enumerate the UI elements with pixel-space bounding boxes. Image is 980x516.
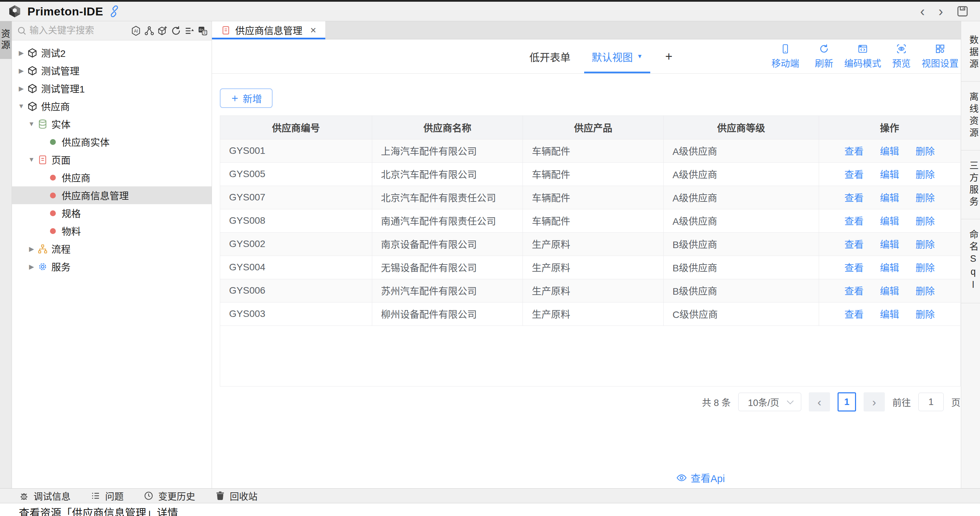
view-link[interactable]: 查看: [845, 286, 864, 297]
nav-back-button[interactable]: ‹: [913, 5, 931, 18]
delete-link[interactable]: 删除: [916, 309, 935, 320]
cell-supplier-grade: B级供应商: [663, 232, 819, 256]
delete-link[interactable]: 删除: [916, 146, 935, 157]
search-input[interactable]: [29, 25, 130, 36]
current-page[interactable]: 1: [838, 392, 856, 411]
ai-icon[interactable]: AI: [130, 25, 142, 36]
status-bar-item[interactable]: 变更历史: [143, 489, 195, 503]
toolbar-action-label: 预览: [892, 56, 911, 70]
tree-item-label: 页面: [51, 153, 70, 167]
goto-page-input[interactable]: [918, 393, 944, 411]
prev-page-button[interactable]: ‹: [809, 392, 830, 411]
expander-icon[interactable]: ▶: [26, 263, 37, 271]
tree-item[interactable]: ▶ 测试2: [12, 44, 212, 62]
rail-tab-label: 资源: [0, 29, 10, 51]
expander-icon[interactable]: ▼: [16, 102, 26, 110]
right-rail-tab-label: 离线资源: [968, 92, 978, 140]
right-rail-tab-label: 三方服务: [968, 161, 978, 209]
next-page-button[interactable]: ›: [864, 392, 885, 411]
add-button-label: 新增: [243, 91, 262, 105]
chevron-down-icon[interactable]: ▼: [637, 53, 643, 60]
tree-item[interactable]: ▼ 供应商: [12, 97, 212, 115]
tree-item[interactable]: ▼ 页面: [12, 151, 212, 169]
view-link[interactable]: 查看: [845, 193, 864, 204]
toolbar-action[interactable]: 编码模式: [843, 43, 882, 70]
table-row: GYS007 北京汽车配件有限责任公司 车辆配件 A级供应商 查看 编辑 删除: [220, 186, 960, 209]
tree-item[interactable]: ▶ 服务: [12, 258, 212, 276]
table-row: GYS003 柳州设备配件有限公司 生产原料 C级供应商 查看 编辑 删除: [220, 302, 960, 325]
expander-icon[interactable]: ▶: [26, 245, 37, 253]
edit-link[interactable]: 编辑: [880, 239, 899, 250]
cube-icon: [26, 65, 38, 76]
view-link[interactable]: 查看: [845, 263, 864, 274]
toolbar-action[interactable]: 刷新: [805, 43, 843, 70]
edit-link[interactable]: 编辑: [880, 309, 899, 320]
view-link[interactable]: 查看: [845, 146, 864, 157]
row-actions: 查看 编辑 删除: [819, 162, 960, 186]
status-bar-item[interactable]: 问题: [91, 489, 124, 503]
tree-item[interactable]: 物料: [12, 222, 212, 240]
translate-icon[interactable]: En文: [197, 25, 208, 36]
expander-icon[interactable]: ▶: [16, 84, 26, 92]
cube-icon: [26, 101, 38, 112]
tree-item[interactable]: 供应商: [12, 169, 212, 186]
delete-link[interactable]: 删除: [916, 216, 935, 227]
delete-link[interactable]: 删除: [916, 286, 935, 297]
add-button[interactable]: 新增: [220, 88, 272, 108]
expander-icon[interactable]: ▶: [16, 67, 26, 75]
expander-icon[interactable]: ▶: [16, 49, 26, 57]
toolbar-action[interactable]: 预览: [882, 43, 921, 70]
view-api-link[interactable]: 查看Api: [676, 470, 725, 485]
tree-item[interactable]: 供应商信息管理: [12, 186, 212, 204]
right-rail-tab[interactable]: 三方服务: [961, 150, 980, 219]
link-icon[interactable]: [108, 5, 120, 17]
tree-item[interactable]: 规格: [12, 204, 212, 222]
tree-item[interactable]: ▼ 实体: [12, 115, 212, 133]
status-bar-item[interactable]: 调试信息: [19, 489, 70, 503]
refresh-icon[interactable]: [170, 25, 181, 36]
delete-link[interactable]: 删除: [916, 193, 935, 204]
status-bar-item[interactable]: 回收站: [215, 489, 258, 503]
nav-forward-button[interactable]: ›: [932, 5, 950, 18]
edit-link[interactable]: 编辑: [880, 286, 899, 297]
cell-supplier-name: 柳州设备配件有限公司: [372, 302, 523, 325]
page-size-select[interactable]: 10条/页: [738, 393, 801, 411]
page-icon: [221, 25, 231, 35]
edit-link[interactable]: 编辑: [880, 193, 899, 204]
sort-icon[interactable]: [184, 25, 195, 36]
expander-icon[interactable]: ▼: [26, 156, 37, 163]
bottom-note: 查看资源「供应商信息管理」详情: [0, 503, 980, 516]
tree-item[interactable]: 供应商实体: [12, 133, 212, 151]
edit-link[interactable]: 编辑: [880, 170, 899, 180]
cube-add-icon[interactable]: [157, 25, 168, 36]
tree-item[interactable]: ▶ 测试管理: [12, 62, 212, 80]
view-tab[interactable]: +: [656, 40, 681, 73]
edit-link[interactable]: 编辑: [880, 146, 899, 157]
edit-link[interactable]: 编辑: [880, 216, 899, 227]
view-link[interactable]: 查看: [845, 309, 864, 320]
delete-link[interactable]: 删除: [916, 170, 935, 180]
expander-icon[interactable]: ▼: [26, 120, 37, 128]
right-rail-tab[interactable]: 离线资源: [961, 81, 980, 150]
toolbar-action[interactable]: 移动端: [766, 43, 805, 70]
view-link[interactable]: 查看: [845, 216, 864, 227]
delete-link[interactable]: 删除: [916, 263, 935, 274]
save-icon[interactable]: [956, 5, 969, 18]
right-rail-tab[interactable]: 数据源: [961, 25, 980, 81]
view-tab[interactable]: 默认视图 ▼: [584, 40, 650, 73]
view-link[interactable]: 查看: [845, 239, 864, 250]
edit-link[interactable]: 编辑: [880, 263, 899, 274]
tree-item[interactable]: ▶ 测试管理1: [12, 80, 212, 97]
right-rail-tab[interactable]: 命名Sql: [961, 219, 980, 303]
flow-icon: [37, 244, 48, 254]
tree-item[interactable]: ▶ 流程: [12, 240, 212, 258]
close-icon[interactable]: ×: [310, 24, 317, 36]
delete-link[interactable]: 删除: [916, 239, 935, 250]
editor-tab[interactable]: 供应商信息管理 ×: [212, 21, 325, 39]
view-tab[interactable]: 低开表单: [522, 40, 578, 73]
view-link[interactable]: 查看: [845, 170, 864, 180]
cell-supplier-name: 上海汽车配件有限公司: [372, 139, 523, 162]
rail-tab-resources[interactable]: 资源: [0, 21, 12, 59]
topology-icon[interactable]: [144, 25, 155, 36]
toolbar-action[interactable]: 视图设置: [921, 43, 959, 70]
